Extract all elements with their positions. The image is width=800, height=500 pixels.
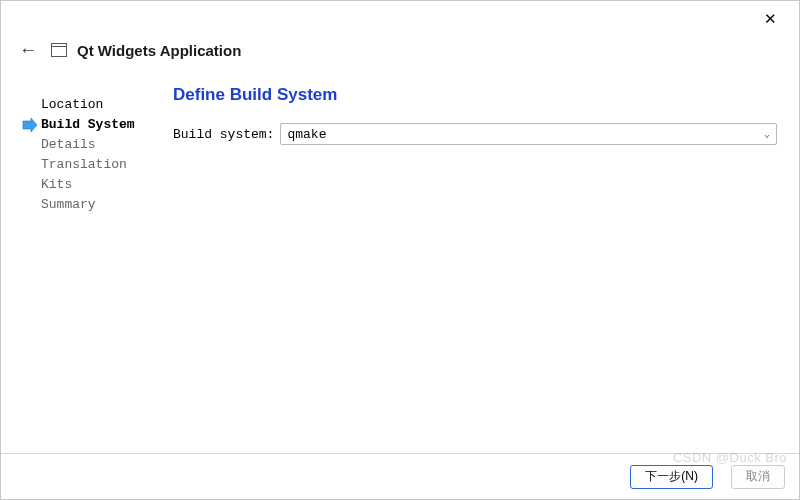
step-location: Location bbox=[27, 95, 169, 115]
step-label: Build System bbox=[41, 115, 135, 135]
close-icon[interactable]: ✕ bbox=[756, 6, 785, 32]
button-label: 下一步(N) bbox=[645, 468, 698, 485]
titlebar: ✕ bbox=[1, 1, 799, 37]
step-label: Summary bbox=[41, 195, 96, 215]
step-label: Location bbox=[41, 95, 103, 115]
build-system-label: Build system: bbox=[173, 127, 274, 142]
build-system-row: Build system: qmake ⌄ bbox=[173, 123, 777, 145]
step-summary: Summary bbox=[27, 195, 169, 215]
wizard-steps: Location Build System Details Translatio… bbox=[27, 85, 169, 453]
next-button[interactable]: 下一步(N) bbox=[630, 465, 713, 489]
step-details: Details bbox=[27, 135, 169, 155]
section-title: Define Build System bbox=[173, 85, 777, 105]
page-title: Qt Widgets Application bbox=[77, 42, 241, 59]
build-system-combobox[interactable]: qmake ⌄ bbox=[280, 123, 777, 145]
step-label: Details bbox=[41, 135, 96, 155]
chevron-down-icon: ⌄ bbox=[764, 128, 770, 140]
footer: 下一步(N) 取消 bbox=[1, 453, 799, 499]
button-label: 取消 bbox=[746, 468, 770, 485]
combobox-value: qmake bbox=[287, 127, 326, 142]
step-translation: Translation bbox=[27, 155, 169, 175]
wizard-window: ✕ ← Qt Widgets Application Location Buil… bbox=[0, 0, 800, 500]
current-step-arrow-icon bbox=[21, 117, 37, 133]
cancel-button[interactable]: 取消 bbox=[731, 465, 785, 489]
body: Location Build System Details Translatio… bbox=[1, 75, 799, 453]
step-kits: Kits bbox=[27, 175, 169, 195]
window-icon bbox=[51, 43, 67, 57]
step-build-system: Build System bbox=[27, 115, 169, 135]
main-panel: Define Build System Build system: qmake … bbox=[169, 85, 781, 453]
step-label: Kits bbox=[41, 175, 72, 195]
back-arrow-icon[interactable]: ← bbox=[15, 39, 41, 61]
svg-marker-0 bbox=[23, 118, 37, 132]
step-label: Translation bbox=[41, 155, 127, 175]
header: ← Qt Widgets Application bbox=[1, 37, 799, 75]
